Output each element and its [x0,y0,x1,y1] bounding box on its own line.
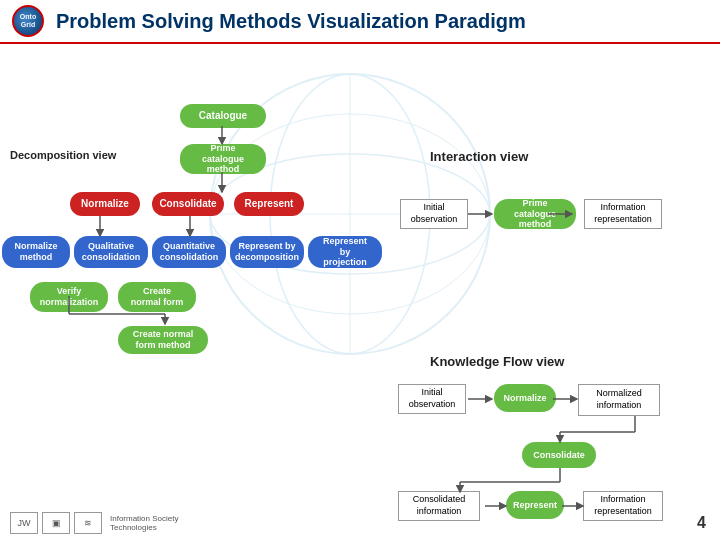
verify-pill: Verify normalization [30,282,108,312]
page-number: 4 [697,514,706,532]
page-title: Problem Solving Methods Visualization Pa… [56,10,526,33]
main-content: Decomposition view Catalogue Prime catal… [0,44,720,540]
kf-initial-obs: Initial observation [398,384,466,414]
create-normal-pill: Create normal form [118,282,196,312]
consolidated-info-box: Consolidated information [398,491,480,521]
logo: Onto Grid [12,5,44,37]
footer-text: Information SocietyTechnologies [110,514,178,532]
kf-info-rep-box: Information representation [583,491,663,521]
footer-logos: JW ▣ ≋ Information SocietyTechnologies [10,512,178,534]
footer-logo-1: JW [10,512,38,534]
quantitative-pill: Quantitative consolidation [152,236,226,268]
kf-normalize-pill: Normalize [494,384,556,412]
prime-catalogue-pill: Prime catalogue method [180,144,266,174]
represent-proj-pill: Represent by projection [308,236,382,268]
kf-represent-pill: Represent [506,491,564,519]
catalogue-pill: Catalogue [180,104,266,128]
consolidate-pill: Consolidate [152,192,224,216]
prime-catalogue-interaction-pill: Prime catalogue method [494,199,576,229]
represent-pill: Represent [234,192,304,216]
normalize-method-pill: Normalize method [2,236,70,268]
decomposition-view-label: Decomposition view [10,149,116,161]
normalized-info-box: Normalized information [578,384,660,416]
header: Onto Grid Problem Solving Methods Visual… [0,0,720,44]
interaction-view-label: Interaction view [430,149,528,164]
knowledge-flow-label: Knowledge Flow view [430,354,564,369]
kf-consolidate-pill: Consolidate [522,442,596,468]
represent-decomp-pill: Represent by decomposition [230,236,304,268]
footer-logo-3: ≋ [74,512,102,534]
info-rep-box: Information representation [584,199,662,229]
initial-obs-box: Initial observation [400,199,468,229]
footer-logo-2: ▣ [42,512,70,534]
normalize-pill: Normalize [70,192,140,216]
qualitative-pill: Qualitative consolidation [74,236,148,268]
logo-text: Onto Grid [14,13,42,28]
create-normal-method-pill: Create normal form method [118,326,208,354]
